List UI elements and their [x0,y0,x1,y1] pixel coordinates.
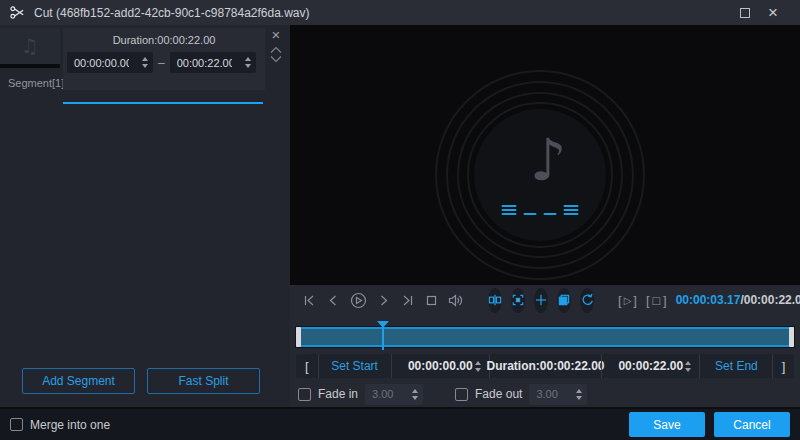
playhead-line [382,326,384,350]
segment-progress-bar [63,102,263,104]
playhead-marker[interactable] [377,321,389,328]
skip-start-icon[interactable] [302,291,317,309]
cut-dialog: Cut (468fb152-add2-42cb-90c1-c98784a2f6d… [0,0,800,440]
fast-split-button[interactable]: Fast Split [147,368,260,394]
audio-preview: ♪ [290,25,800,285]
player-panel: ♪ [290,25,800,407]
segment-name: Segment[1] [8,77,64,89]
segment-thumbnail[interactable]: ♫ [0,28,60,68]
spinner-arrows[interactable] [576,384,582,405]
fade-out-input[interactable] [529,384,587,405]
spinner-arrows[interactable] [685,354,691,378]
fade-in-input[interactable] [365,384,423,405]
footer-bar: Merge into one Save Cancel [0,407,800,440]
music-note-icon: ♪ [529,131,566,189]
play-segment-button[interactable]: [▷] [618,293,637,308]
fade-in-label: Fade in [318,387,358,401]
merge-into-one-option[interactable]: Merge into one [10,418,110,432]
step-back-icon[interactable] [326,291,341,309]
add-segment-button[interactable]: Add Segment [22,368,135,394]
spinner-arrows[interactable] [475,354,481,378]
split-icon[interactable] [488,288,502,313]
volume-icon[interactable] [448,291,464,309]
reset-icon[interactable] [580,288,594,313]
fade-out-label: Fade out [475,387,522,401]
time-readout: 00:00:03.17/00:00:22.00 [676,293,800,307]
segment-end-input[interactable] [170,52,256,73]
step-forward-icon[interactable] [376,291,391,309]
trim-value-bar: [ Set Start Duration:00:00:22.00 Set End… [296,354,794,378]
segment-item[interactable]: ♫ Segment[1] Duration:00:00:22.00 – [0,25,290,120]
play-icon[interactable] [350,291,367,309]
set-start-button[interactable]: Set Start [318,354,391,378]
start-bracket: [ [296,354,318,378]
stop-segment-button[interactable]: [□] [646,293,667,308]
snapshot-icon[interactable] [511,288,525,313]
copy-icon[interactable] [557,288,571,313]
range-dash: – [158,56,165,70]
current-time: 00:00:03.17 [676,293,741,307]
fade-in-checkbox[interactable] [298,388,311,401]
timeline-row [290,315,800,352]
cancel-button[interactable]: Cancel [714,412,790,437]
close-icon[interactable]: × [768,8,778,18]
window-title: Cut (468fb152-add2-42cb-90c1-c98784a2f6d… [34,6,310,20]
segment-duration-label: Duration:00:00:22.00 [63,34,265,46]
trim-duration-label: Duration:00:00:22.00 [489,354,601,378]
segment-start-input[interactable] [67,52,153,73]
merge-checkbox[interactable] [10,418,23,431]
segment-card: Duration:00:00:22.00 – [63,28,265,90]
delete-segment-icon[interactable]: × [272,28,281,42]
skip-end-icon[interactable] [400,291,415,309]
move-up-icon[interactable] [270,46,282,54]
move-down-icon[interactable] [270,55,282,63]
spinner-arrows[interactable] [142,52,148,73]
scissors-icon [10,5,26,21]
music-note-icon: ♫ [21,34,39,58]
total-time: /00:00:22.00 [740,293,800,307]
trim-end-handle[interactable] [789,327,794,347]
add-icon[interactable] [534,288,548,313]
timeline-track[interactable] [296,327,794,347]
spinner-arrows[interactable] [412,384,418,405]
trim-start-handle[interactable] [296,327,301,347]
segment-list-panel: ♫ Segment[1] Duration:00:00:22.00 – [0,25,290,407]
maximize-icon[interactable] [740,8,750,18]
trim-start-input[interactable] [391,354,489,378]
equalizer-icon [502,205,579,215]
spinner-arrows[interactable] [245,52,251,73]
save-button[interactable]: Save [629,412,705,437]
transport-toolbar: [▷] [□] 00:00:03.17/00:00:22.00 [290,285,800,315]
title-bar: Cut (468fb152-add2-42cb-90c1-c98784a2f6d… [0,0,800,25]
stop-icon[interactable] [424,291,439,309]
end-bracket: ] [772,354,794,378]
set-end-button[interactable]: Set End [699,354,772,378]
fade-controls: Fade in Fade out [298,383,794,405]
trim-end-input[interactable] [601,354,699,378]
fade-out-checkbox[interactable] [455,388,468,401]
merge-label: Merge into one [30,418,110,432]
